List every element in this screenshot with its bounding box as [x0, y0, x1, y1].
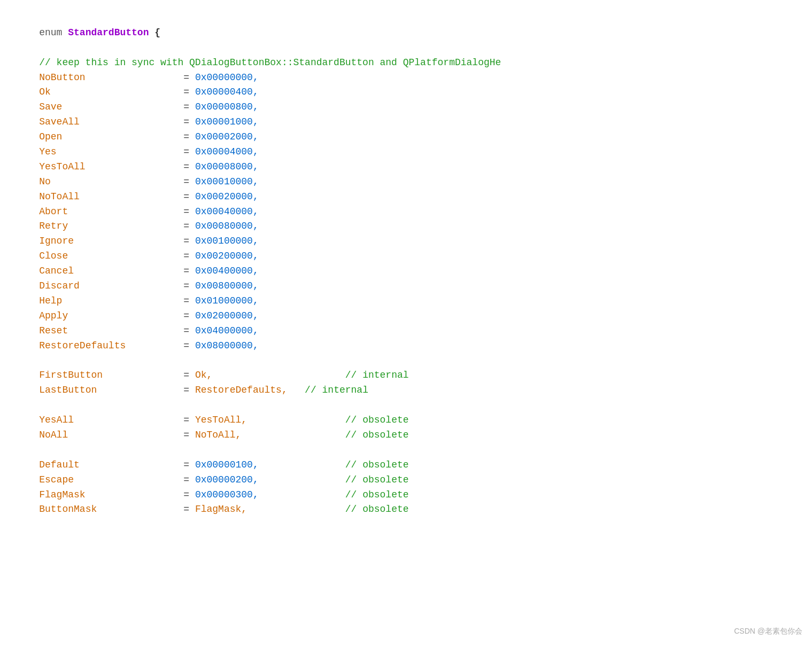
entry-YesToAll: YesToAll = 0x00008000, — [16, 160, 796, 175]
entry-Ok: Ok = 0x00000400, — [16, 85, 796, 100]
entry-Yes: Yes = 0x00004000, — [16, 145, 796, 160]
entry-FlagMask: FlagMask = 0x00000300, // obsolete — [16, 488, 796, 503]
entry-RestoreDefaults: RestoreDefaults = 0x08000000, — [16, 339, 796, 354]
entry-Apply: Apply = 0x02000000, — [16, 309, 796, 324]
blank-line-3 — [16, 443, 796, 458]
blank-line-1 — [16, 353, 796, 368]
enum-name: StandardButton — [68, 27, 149, 38]
watermark: CSDN @老素包你会 — [734, 626, 802, 637]
entry-Retry: Retry = 0x00080000, — [16, 219, 796, 234]
keyword-enum: enum — [39, 27, 68, 38]
entry-NoButton: NoButton = 0x00000000, — [16, 71, 796, 85]
entry-LastButton: LastButton = RestoreDefaults, // interna… — [16, 383, 796, 398]
blank-line-2 — [16, 398, 796, 413]
entry-Close: Close = 0x00200000, — [16, 249, 796, 264]
entry-Help: Help = 0x01000000, — [16, 294, 796, 309]
comment-line: // keep this in sync with QDialogButtonB… — [16, 56, 796, 71]
entry-Abort: Abort = 0x00040000, — [16, 205, 796, 220]
entry-FirstButton: FirstButton = Ok, // internal — [16, 368, 796, 383]
entry-No: No = 0x00010000, — [16, 175, 796, 190]
entry-YesAll: YesAll = YesToAll, // obsolete — [16, 413, 796, 428]
code-container: enum StandardButton { // keep this in sy… — [0, 0, 812, 647]
entry-NoToAll: NoToAll = 0x00020000, — [16, 190, 796, 205]
entry-Cancel: Cancel = 0x00400000, — [16, 264, 796, 279]
entry-Escape: Escape = 0x00000200, // obsolete — [16, 473, 796, 488]
line-enum-declaration: enum StandardButton { — [16, 11, 796, 56]
entry-Open: Open = 0x00002000, — [16, 130, 796, 145]
entry-Default: Default = 0x00000100, // obsolete — [16, 458, 796, 473]
entry-Discard: Discard = 0x00800000, — [16, 279, 796, 294]
entry-NoAll: NoAll = NoToAll, // obsolete — [16, 428, 796, 443]
entry-ButtonMask-partial: ButtonMask = FlagMask, // obsolete — [16, 502, 796, 517]
open-brace: { — [149, 27, 160, 38]
entry-Save: Save = 0x00000800, — [16, 100, 796, 115]
entry-Reset: Reset = 0x04000000, — [16, 324, 796, 339]
entry-SaveAll: SaveAll = 0x00001000, — [16, 115, 796, 130]
entry-Ignore: Ignore = 0x00100000, — [16, 234, 796, 249]
